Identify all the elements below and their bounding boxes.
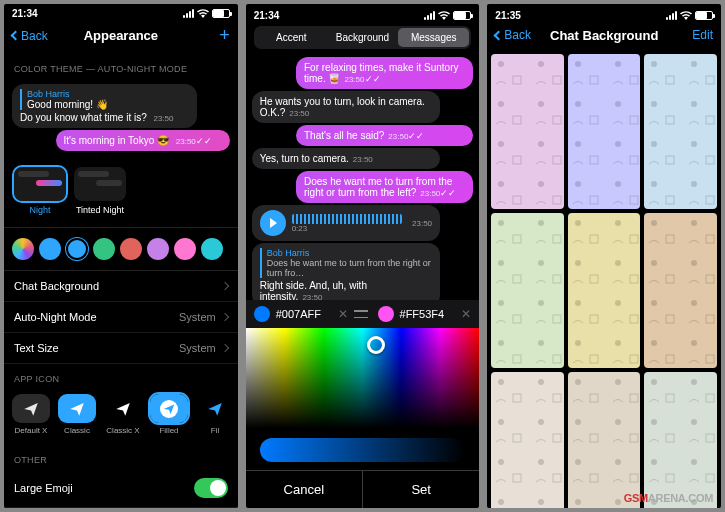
color-spectrum[interactable] <box>246 328 480 428</box>
chevron-left-icon <box>494 30 504 40</box>
status-bar: 21:35 <box>487 4 721 24</box>
theme-label: Night <box>29 205 50 215</box>
background-tile[interactable] <box>491 54 564 209</box>
icon-label: Fil <box>211 426 219 435</box>
row-value: System <box>179 311 228 323</box>
background-grid <box>487 50 721 508</box>
accent-swatch[interactable] <box>147 238 169 260</box>
large-emoji-row[interactable]: Large Emoji <box>4 469 238 508</box>
chevron-right-icon <box>220 282 228 290</box>
incoming-bubble: Bob HarrisDoes he want me to turn from t… <box>252 243 440 300</box>
row-label: Text Size <box>14 342 59 354</box>
theme-night[interactable]: Night <box>14 167 66 215</box>
edit-button[interactable]: Edit <box>692 28 713 42</box>
color2-hex[interactable]: #FF53F4 <box>400 308 456 320</box>
cancel-button[interactable]: Cancel <box>246 471 363 508</box>
accent-swatch[interactable] <box>93 238 115 260</box>
outgoing-bubble: For relaxing times, make it Suntory time… <box>296 57 473 89</box>
accent-swatch[interactable] <box>12 238 34 260</box>
back-button[interactable]: Back <box>12 29 48 43</box>
svg-rect-21 <box>491 372 564 508</box>
status-bar: 21:34 <box>4 4 238 21</box>
background-tile[interactable] <box>644 54 717 209</box>
battery-icon <box>453 11 471 20</box>
outgoing-bubble: Does he want me to turn from the right o… <box>296 171 473 203</box>
add-button[interactable]: + <box>219 25 230 46</box>
row-value: System <box>179 342 228 354</box>
signal-icon <box>424 11 435 20</box>
color2-swatch[interactable] <box>378 306 394 322</box>
accent-swatch[interactable] <box>174 238 196 260</box>
chat-background-screen: 21:35 Back Chat Background Edit GSMARENA… <box>487 4 721 508</box>
tab-messages[interactable]: Messages <box>398 28 469 47</box>
swap-icon[interactable] <box>354 309 372 319</box>
color-editor-screen: 21:34 AccentBackgroundMessages For relax… <box>246 4 480 508</box>
chevron-left-icon <box>11 31 21 41</box>
chevron-right-icon <box>220 344 228 352</box>
color1-swatch[interactable] <box>254 306 270 322</box>
section-label: OTHER <box>4 445 238 469</box>
app-icon-option[interactable]: Filled <box>150 394 188 435</box>
background-tile[interactable] <box>568 213 641 368</box>
incoming-bubble: He wants you to turn, look in camera. O.… <box>252 91 440 123</box>
message-text: It's morning in Tokyo 😎 <box>64 135 169 146</box>
back-button[interactable]: Back <box>495 28 531 42</box>
wifi-icon <box>197 9 209 18</box>
app-icon-option[interactable]: Classic X <box>104 394 142 435</box>
nav-bar: Back Chat Background Edit <box>487 24 721 50</box>
app-icon-option[interactable]: Classic <box>58 394 96 435</box>
segment-control[interactable]: AccentBackgroundMessages <box>254 26 472 49</box>
set-button[interactable]: Set <box>363 471 479 508</box>
voice-message[interactable]: 0:23 23:50 <box>252 205 440 241</box>
message-text: Do you know what time it is? <box>20 112 147 123</box>
clear-color1[interactable]: ✕ <box>338 307 348 321</box>
battery-icon <box>695 11 713 20</box>
battery-icon <box>212 9 230 18</box>
accent-swatch[interactable] <box>120 238 142 260</box>
settings-row[interactable]: Chat Background <box>4 271 238 302</box>
back-label: Back <box>504 28 531 42</box>
accent-swatch[interactable] <box>66 238 88 260</box>
svg-rect-3 <box>491 54 564 209</box>
app-icon-option[interactable]: Default X <box>12 394 50 435</box>
tab-accent[interactable]: Accent <box>256 28 327 47</box>
clock: 21:35 <box>495 10 521 21</box>
toggle[interactable] <box>194 478 228 498</box>
background-tile[interactable] <box>644 213 717 368</box>
accent-swatch[interactable] <box>39 238 61 260</box>
status-bar: 21:34 <box>246 4 480 24</box>
accent-swatch[interactable] <box>201 238 223 260</box>
chevron-right-icon <box>220 313 228 321</box>
signal-icon <box>183 9 194 18</box>
play-icon[interactable] <box>260 210 286 236</box>
icon-label: Filled <box>159 426 178 435</box>
action-row: Cancel Set <box>246 470 480 508</box>
message-time: 23:50 <box>176 137 196 146</box>
icon-label: Classic X <box>106 426 139 435</box>
icon-label: Default X <box>15 426 48 435</box>
svg-rect-9 <box>644 54 717 209</box>
app-icon-option[interactable]: Fil <box>196 394 234 435</box>
clear-color2[interactable]: ✕ <box>461 307 471 321</box>
background-tile[interactable] <box>491 372 564 508</box>
section-label: COLOR THEME — AUTO-NIGHT MODE <box>4 54 238 78</box>
clock: 21:34 <box>254 10 280 21</box>
color-hex-row: #007AFF ✕ #FF53F4 ✕ <box>246 300 480 328</box>
background-tile[interactable] <box>491 213 564 368</box>
chat-preview: For relaxing times, make it Suntory time… <box>246 55 480 300</box>
color1-hex[interactable]: #007AFF <box>276 308 332 320</box>
svg-rect-6 <box>568 54 641 209</box>
incoming-bubble: Bob Harris Good morning! 👋 Do you know w… <box>12 84 197 128</box>
background-tile[interactable] <box>568 54 641 209</box>
spectrum-cursor[interactable] <box>367 336 385 354</box>
theme-tinted night[interactable]: Tinted Night <box>74 167 126 215</box>
background-tile[interactable] <box>644 372 717 508</box>
reply-name: Bob Harris <box>27 89 189 99</box>
brightness-slider[interactable] <box>260 438 466 462</box>
settings-row[interactable]: Auto-Night Mode System <box>4 302 238 333</box>
background-tile[interactable] <box>568 372 641 508</box>
status-icons <box>183 9 230 18</box>
tab-background[interactable]: Background <box>327 28 398 47</box>
svg-rect-12 <box>491 213 564 368</box>
settings-row[interactable]: Text Size System <box>4 333 238 364</box>
